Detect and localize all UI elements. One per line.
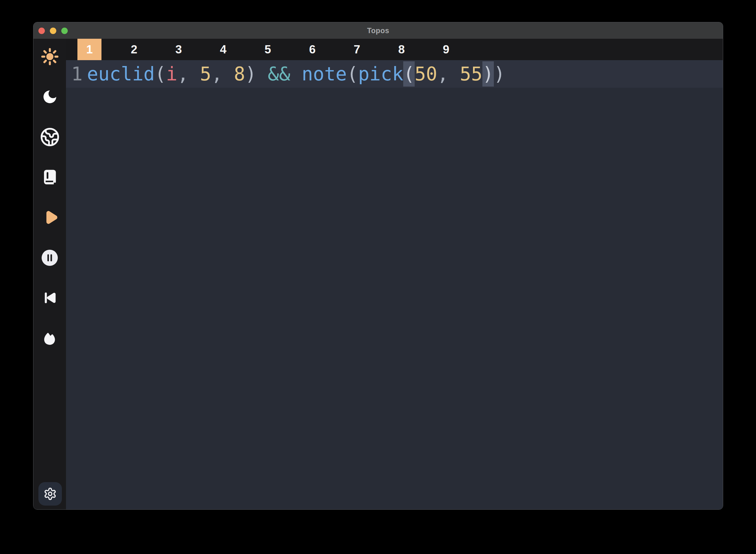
dark-theme-button[interactable] — [40, 87, 60, 107]
code-text: euclid(i, 5, 8) && note(pick(50, 55)) — [87, 63, 505, 85]
pause-button[interactable] — [40, 247, 60, 268]
play-icon — [41, 209, 59, 226]
light-theme-button[interactable] — [40, 47, 60, 67]
sun-icon — [40, 47, 60, 66]
minimize-button[interactable] — [50, 27, 56, 34]
tab-3[interactable]: 3 — [156, 39, 201, 60]
settings-button[interactable] — [39, 482, 62, 506]
sidebar — [34, 39, 66, 509]
zoom-button[interactable] — [61, 27, 68, 34]
window-title: Topos — [367, 26, 389, 35]
tab-7[interactable]: 7 — [334, 39, 379, 60]
editor-empty-area[interactable] — [66, 88, 723, 509]
flame-button[interactable] — [40, 328, 60, 348]
pause-icon — [41, 248, 59, 267]
gear-icon — [44, 487, 57, 501]
globe-icon — [40, 127, 60, 147]
tab-2[interactable]: 2 — [112, 39, 156, 60]
moon-icon — [41, 88, 58, 105]
tab-bar: 1 2 3 4 5 6 7 8 9 — [66, 39, 723, 60]
skip-back-button[interactable] — [40, 288, 60, 308]
traffic-lights — [39, 27, 68, 34]
tab-4[interactable]: 4 — [201, 39, 245, 60]
titlebar: Topos — [34, 22, 723, 39]
book-icon — [41, 168, 59, 186]
matched-bracket-open: ( — [403, 61, 415, 87]
app-window: Topos — [33, 22, 723, 510]
line-number: 1 — [71, 63, 83, 85]
close-button[interactable] — [39, 27, 45, 34]
globe-button[interactable] — [40, 127, 60, 147]
skip-back-icon — [42, 290, 58, 306]
tab-8[interactable]: 8 — [379, 39, 424, 60]
editor-pane: 1 2 3 4 5 6 7 8 9 1 euclid(i, 5, 8) && n… — [66, 39, 723, 509]
tab-9[interactable]: 9 — [424, 39, 468, 60]
play-button[interactable] — [40, 208, 60, 227]
matched-bracket-close: ) — [483, 61, 494, 87]
code-line-1[interactable]: 1 euclid(i, 5, 8) && note(pick(50, 55)) — [66, 60, 723, 88]
docs-button[interactable] — [40, 167, 60, 187]
tab-1[interactable]: 1 — [67, 39, 112, 60]
tab-5[interactable]: 5 — [245, 39, 290, 60]
tab-6[interactable]: 6 — [290, 39, 334, 60]
flame-icon — [41, 330, 58, 346]
